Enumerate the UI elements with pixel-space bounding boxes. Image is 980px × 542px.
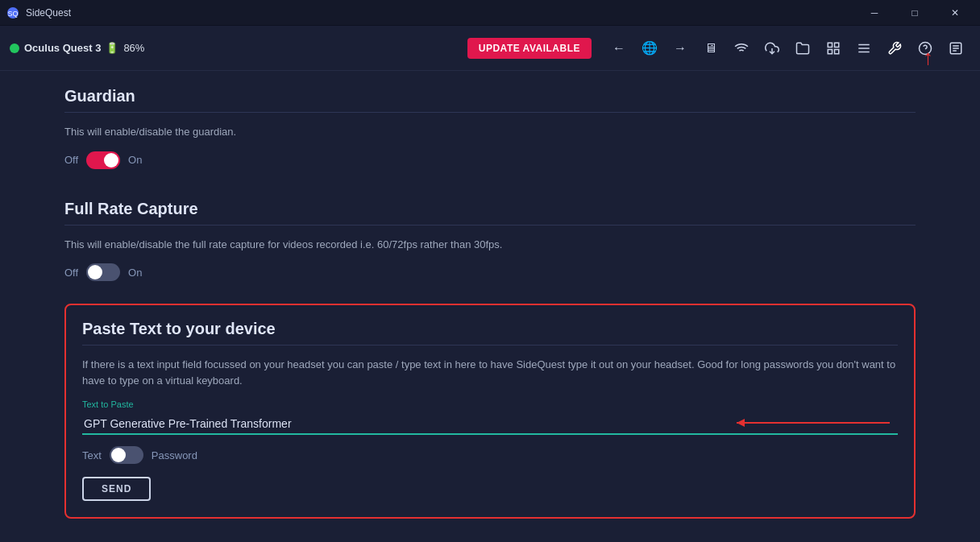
password-toggle-row: Text Password [82,446,898,464]
wifi-icon[interactable] [727,34,756,63]
device-name: Oculus Quest 3 [24,42,101,54]
download-icon[interactable] [758,34,787,63]
guardian-toggle-thumb [104,153,118,168]
full-rate-toggle-thumb [88,265,102,279]
svg-rect-7 [835,49,839,53]
app-title: SideQuest [26,7,71,19]
paste-text-description: If there is a text input field focussed … [82,357,898,388]
paste-text-input[interactable] [82,414,898,435]
full-rate-description: This will enable/disable the full rate c… [64,237,916,253]
back-icon[interactable]: ← [604,34,633,63]
grid-icon[interactable] [819,34,848,63]
guardian-on-label: On [128,154,142,166]
battery-icon: 🔋 [106,42,118,54]
app-icon: SQ [6,6,19,19]
full-rate-toggle[interactable] [86,263,120,281]
paste-text-divider [82,345,898,345]
svg-rect-5 [835,43,839,47]
guardian-toggle[interactable] [86,151,120,169]
svg-text:SQ: SQ [7,10,18,18]
forward-icon[interactable]: → [666,34,695,63]
help-icon[interactable] [911,34,940,63]
full-rate-capture-section: Full Rate Capture This will enable/disab… [64,184,916,296]
device-status-dot [10,43,19,53]
paste-input-wrapper [82,414,898,435]
guardian-section: Guardian This will enable/disable the gu… [64,71,916,184]
maximize-button[interactable]: □ [896,0,933,26]
close-button[interactable]: ✕ [936,0,974,26]
paste-text-section: Paste Text to your device If there is a … [64,304,916,519]
paste-text-title: Paste Text to your device [82,320,898,338]
send-button[interactable]: SEND [82,477,151,501]
password-toggle[interactable] [110,446,143,464]
guardian-title: Guardian [64,87,916,106]
full-rate-title: Full Rate Capture [64,200,916,218]
menu-lines-icon[interactable] [849,34,878,63]
main-content: Guardian This will enable/disable the gu… [0,71,980,542]
svg-rect-4 [828,43,832,47]
battery-percentage: 86% [123,42,144,54]
wrench-icon[interactable] [880,34,909,63]
guardian-divider [64,112,916,113]
navbar: Oculus Quest 3 🔋 86% UPDATE AVAILABLE ← … [0,26,980,71]
update-available-button[interactable]: UPDATE AVAILABLE [467,38,592,59]
password-toggle-thumb [111,448,126,462]
guardian-description: This will enable/disable the guardian. [64,124,916,140]
device-indicator: Oculus Quest 3 🔋 86% [10,42,144,54]
nav-icons: ← 🌐 → 🖥 [604,34,970,63]
paste-input-label: Text to Paste [82,399,898,409]
text-label: Text [82,449,102,461]
full-rate-off-label: Off [64,267,78,279]
globe-icon[interactable]: 🌐 [635,34,664,63]
full-rate-divider [64,225,916,225]
titlebar: SQ SideQuest ─ □ ✕ [0,0,980,26]
full-rate-toggle-row: Off On [64,263,916,281]
minimize-button[interactable]: ─ [856,0,893,26]
guardian-off-label: Off [64,154,78,166]
folder-icon[interactable] [788,34,817,63]
full-rate-on-label: On [128,267,142,279]
svg-rect-6 [828,49,832,53]
monitor-icon[interactable]: 🖥 [696,34,725,63]
password-label: Password [152,449,197,461]
guardian-toggle-row: Off On [64,151,916,169]
log-icon[interactable] [941,34,970,63]
